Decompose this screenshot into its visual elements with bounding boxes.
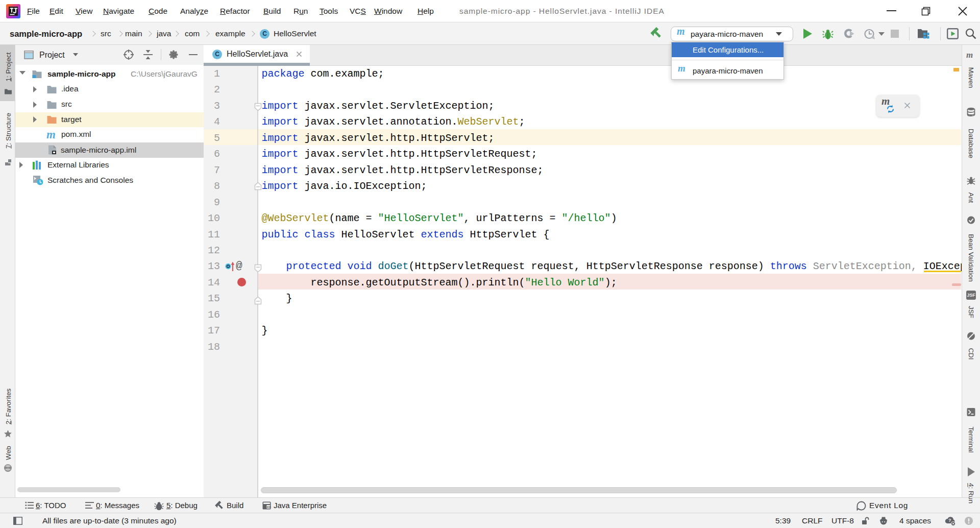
svg-text:EE: EE xyxy=(267,506,271,509)
svg-text:?: ? xyxy=(948,518,951,523)
